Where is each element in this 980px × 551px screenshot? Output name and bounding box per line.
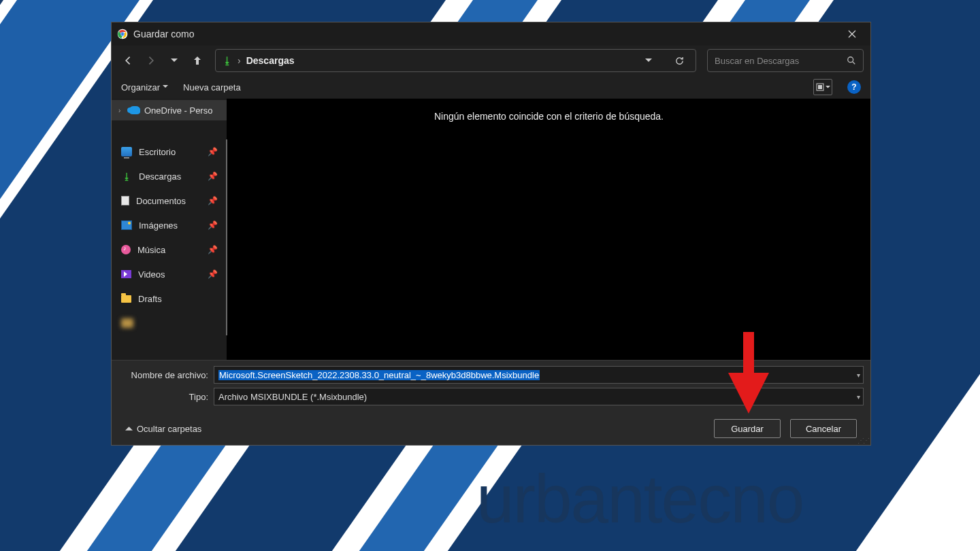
onedrive-icon	[129, 106, 140, 114]
search-input[interactable]	[715, 56, 841, 66]
sidebar-item-label: Descargas	[139, 171, 181, 182]
filename-value: Microsoft.ScreenSketch_2022.2308.33.0_ne…	[218, 370, 540, 380]
arrow-right-icon	[146, 55, 157, 66]
sidebar-item-descargas[interactable]: ⭳ Descargas 📌	[112, 164, 226, 188]
quick-access-list: Escritorio 📌 ⭳ Descargas 📌 Documentos 📌 …	[112, 139, 227, 335]
type-select[interactable]: Archivo MSIXBUNDLE (*.Msixbundle) ▾	[214, 388, 864, 405]
sidebar-item-label: Imágenes	[139, 220, 178, 231]
chevron-down-icon[interactable]: ▾	[857, 393, 860, 401]
sidebar-item-label: Documentos	[136, 196, 186, 206]
sidebar-item-imagenes[interactable]: Imágenes 📌	[112, 213, 226, 237]
video-icon	[121, 270, 131, 278]
chevron-down-icon	[163, 84, 168, 90]
pin-icon: 📌	[208, 196, 218, 205]
close-icon	[848, 30, 856, 38]
up-button[interactable]	[188, 51, 207, 70]
arrow-up-icon	[192, 55, 203, 66]
pin-icon: 📌	[208, 245, 218, 254]
pin-icon: 📌	[208, 171, 218, 181]
music-icon	[121, 245, 131, 254]
file-list-area: Ningún elemento coincide con el criterio…	[227, 99, 870, 360]
document-icon	[121, 196, 129, 205]
hide-folders-toggle[interactable]: Ocultar carpetas	[125, 424, 201, 434]
navigation-row: ⭳ › Descargas	[112, 46, 870, 76]
titlebar: Guardar como	[112, 22, 870, 46]
pin-icon: 📌	[208, 269, 218, 279]
filename-input[interactable]: Microsoft.ScreenSketch_2022.2308.33.0_ne…	[214, 366, 864, 384]
resize-grip[interactable]: ⋰⋰	[858, 439, 868, 443]
dialog-footer: Nombre de archivo: Microsoft.ScreenSketc…	[112, 360, 870, 445]
organize-button[interactable]: Organizar	[121, 82, 168, 93]
sidebar-item-onedrive[interactable]: › OneDrive - Perso	[112, 100, 227, 120]
refresh-button[interactable]	[670, 56, 689, 66]
chevron-down-icon	[645, 57, 652, 64]
svg-point-3	[121, 33, 124, 35]
sidebar-item-label: Música	[137, 245, 165, 255]
download-icon: ⭳	[121, 171, 132, 181]
sidebar-item-videos[interactable]: Videos 📌	[112, 262, 226, 286]
sidebar-item-musica[interactable]: Música 📌	[112, 237, 226, 262]
filename-label: Nombre de archivo:	[118, 370, 214, 380]
svg-point-4	[848, 57, 853, 63]
dialog-title: Guardar como	[133, 29, 836, 39]
pin-icon: 📌	[208, 220, 218, 230]
sidebar-item-documentos[interactable]: Documentos 📌	[112, 188, 226, 213]
save-as-dialog: Guardar como ⭳ › Descargas Organizar Nue…	[111, 22, 871, 446]
forward-button[interactable]	[142, 51, 161, 70]
folder-icon	[121, 295, 131, 303]
sidebar-item-label: Drafts	[138, 294, 162, 304]
refresh-icon	[674, 56, 685, 66]
address-bar[interactable]: ⭳ › Descargas	[215, 49, 696, 72]
svg-rect-6	[818, 85, 822, 89]
desktop-icon	[121, 147, 132, 156]
type-value: Archivo MSIXBUNDLE (*.Msixbundle)	[218, 392, 367, 402]
folder-icon	[121, 318, 133, 328]
back-button[interactable]	[118, 51, 137, 70]
search-box[interactable]	[707, 49, 864, 72]
chevron-down-icon[interactable]: ▾	[857, 371, 860, 379]
breadcrumb-separator: ›	[238, 55, 241, 66]
pin-icon: 📌	[208, 147, 218, 156]
save-button[interactable]: Guardar	[714, 419, 781, 438]
sidebar-item-blurred[interactable]	[112, 311, 226, 335]
brand-wordmark: urbantecno	[476, 460, 803, 538]
cancel-button[interactable]: Cancelar	[790, 419, 857, 438]
image-icon	[121, 220, 132, 230]
sidebar-item-label: Escritorio	[139, 147, 176, 157]
new-folder-button[interactable]: Nueva carpeta	[183, 82, 241, 93]
chrome-icon	[117, 29, 128, 39]
sidebar-item-drafts[interactable]: Drafts	[112, 286, 226, 311]
search-icon	[847, 56, 856, 65]
sidebar-item-escritorio[interactable]: Escritorio 📌	[112, 139, 226, 164]
sidebar-item-label: Videos	[138, 269, 165, 280]
recent-locations-button[interactable]	[165, 51, 184, 70]
chevron-down-icon	[170, 56, 178, 65]
address-dropdown[interactable]	[645, 55, 655, 66]
type-label: Tipo:	[118, 392, 214, 402]
view-icon	[816, 83, 824, 91]
toolbar: Organizar Nueva carpeta ?	[112, 76, 870, 99]
close-button[interactable]	[836, 24, 868, 44]
download-icon: ⭳	[223, 55, 232, 66]
arrow-left-icon	[122, 55, 133, 66]
view-button[interactable]	[813, 79, 832, 95]
empty-message: Ningún elemento coincide con el criterio…	[227, 111, 870, 122]
help-button[interactable]: ?	[847, 80, 861, 94]
breadcrumb-current: Descargas	[246, 55, 295, 66]
sidebar-item-label: OneDrive - Perso	[144, 105, 212, 116]
chevron-right-icon: ›	[118, 107, 125, 114]
sidebar: › OneDrive - Perso Escritorio 📌 ⭳ Descar…	[112, 99, 227, 360]
chevron-up-icon	[125, 425, 133, 433]
chevron-down-icon	[826, 85, 830, 90]
